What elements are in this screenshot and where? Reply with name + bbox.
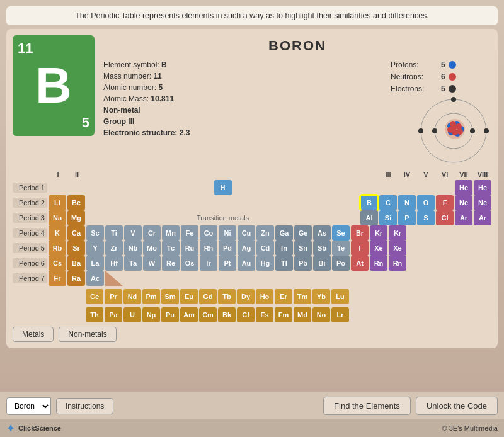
element-bi[interactable]: Bi (313, 256, 331, 271)
instructions-button[interactable]: Instructions (56, 398, 113, 414)
element-pb[interactable]: Pb (294, 256, 312, 271)
element-te[interactable]: Te (332, 241, 350, 256)
element-tm[interactable]: Tm (294, 289, 311, 304)
element-md[interactable]: Md (294, 307, 311, 322)
element-be[interactable]: Be (67, 195, 85, 210)
element-th[interactable]: Th (86, 307, 103, 322)
element-ga[interactable]: Ga (275, 225, 293, 241)
element-ba[interactable]: Ba (67, 256, 85, 271)
element-he[interactable]: He (474, 180, 491, 195)
element-eu[interactable]: Eu (180, 289, 198, 304)
element-si[interactable]: Si (379, 210, 397, 225)
element-ti[interactable]: Ti (105, 225, 123, 241)
element-c[interactable]: C (379, 195, 397, 210)
element-n[interactable]: N (398, 195, 416, 210)
element-dropdown[interactable]: Boron (6, 397, 51, 415)
element-ne[interactable]: Ne (455, 195, 472, 210)
element-rn[interactable]: Rn (389, 256, 406, 271)
element-fr[interactable]: Fr (49, 271, 66, 286)
element-os[interactable]: Os (181, 256, 198, 271)
element-yb[interactable]: Yb (312, 289, 330, 304)
element-pa[interactable]: Pa (105, 307, 122, 322)
element-zn[interactable]: Zn (256, 225, 274, 241)
element-fm[interactable]: Fm (275, 307, 292, 322)
element-nd[interactable]: Nd (123, 289, 141, 304)
element-cf[interactable]: Cf (237, 307, 255, 322)
element-he[interactable]: He (455, 180, 472, 195)
element-ag[interactable]: Ag (238, 241, 255, 256)
element-p[interactable]: P (398, 210, 416, 225)
element-er[interactable]: Er (275, 289, 292, 304)
element-ge[interactable]: Ge (294, 225, 312, 241)
metals-button[interactable]: Metals (13, 327, 54, 342)
element-rn[interactable]: Rn (370, 256, 387, 271)
element-y[interactable]: Y (86, 241, 104, 256)
element-na[interactable]: Na (49, 210, 66, 225)
element-o[interactable]: O (417, 195, 435, 210)
element-la[interactable]: La (86, 256, 104, 271)
element-kr[interactable]: Kr (370, 225, 387, 241)
element-es[interactable]: Es (256, 307, 273, 322)
element-cr[interactable]: Cr (143, 225, 161, 241)
element-al[interactable]: Al (360, 210, 378, 225)
element-sm[interactable]: Sm (161, 289, 179, 304)
element-tc[interactable]: Tc (162, 241, 180, 256)
element-mn[interactable]: Mn (162, 225, 180, 241)
element-gd[interactable]: Gd (199, 289, 217, 304)
element-sb[interactable]: Sb (313, 241, 331, 256)
element-kr[interactable]: Kr (389, 225, 406, 241)
element-hg[interactable]: Hg (256, 256, 274, 271)
element-pt[interactable]: Pt (219, 256, 236, 271)
element-se[interactable]: Se (332, 225, 350, 241)
element-cd[interactable]: Cd (256, 241, 274, 256)
element-li[interactable]: Li (49, 195, 66, 210)
element-v[interactable]: V (124, 225, 142, 241)
element-am[interactable]: Am (180, 307, 198, 322)
element-ce[interactable]: Ce (86, 289, 103, 304)
element-ni[interactable]: Ni (219, 225, 236, 241)
element-in[interactable]: In (275, 241, 293, 256)
element-br[interactable]: Br (351, 225, 369, 241)
element-ho[interactable]: Ho (256, 289, 273, 304)
unlock-code-button[interactable]: Unlock the Code (416, 397, 498, 415)
element-sr[interactable]: Sr (67, 241, 85, 256)
element-ir[interactable]: Ir (200, 256, 217, 271)
element-cs[interactable]: Cs (49, 256, 66, 271)
element-ca[interactable]: Ca (67, 225, 85, 241)
element-cu[interactable]: Cu (238, 225, 255, 241)
element-dy[interactable]: Dy (237, 289, 255, 304)
element-pu[interactable]: Pu (161, 307, 179, 322)
element-mo[interactable]: Mo (143, 241, 161, 256)
element-lu[interactable]: Lu (331, 289, 349, 304)
element-ne[interactable]: Ne (474, 195, 491, 210)
element-no[interactable]: No (312, 307, 330, 322)
element-pm[interactable]: Pm (142, 289, 160, 304)
element-h[interactable]: H (214, 180, 232, 195)
element-au[interactable]: Au (238, 256, 255, 271)
element-pr[interactable]: Pr (105, 289, 122, 304)
element-np[interactable]: Np (142, 307, 160, 322)
element-bk[interactable]: Bk (218, 307, 236, 322)
element-sn[interactable]: Sn (294, 241, 312, 256)
find-elements-button[interactable]: Find the Elements (323, 397, 411, 415)
element-ra[interactable]: Ra (67, 271, 85, 286)
element-xe[interactable]: Xe (389, 241, 406, 256)
element-ar[interactable]: Ar (474, 210, 491, 225)
element-mg[interactable]: Mg (67, 210, 85, 225)
element-zr[interactable]: Zr (105, 241, 123, 256)
element-pd[interactable]: Pd (219, 241, 236, 256)
element-fe[interactable]: Fe (181, 225, 198, 241)
element-b[interactable]: B (360, 195, 378, 210)
element-ar[interactable]: Ar (455, 210, 472, 225)
element-ru[interactable]: Ru (181, 241, 198, 256)
nonmetals-button[interactable]: Non-metals (59, 327, 116, 342)
element-nb[interactable]: Nb (124, 241, 142, 256)
element-tb[interactable]: Tb (218, 289, 236, 304)
element-at[interactable]: At (351, 256, 369, 271)
element-k[interactable]: K (49, 225, 66, 241)
element-co[interactable]: Co (200, 225, 217, 241)
element-rh[interactable]: Rh (200, 241, 217, 256)
element-ta[interactable]: Ta (124, 256, 142, 271)
element-sc[interactable]: Sc (86, 225, 104, 241)
element-hf[interactable]: Hf (105, 256, 123, 271)
